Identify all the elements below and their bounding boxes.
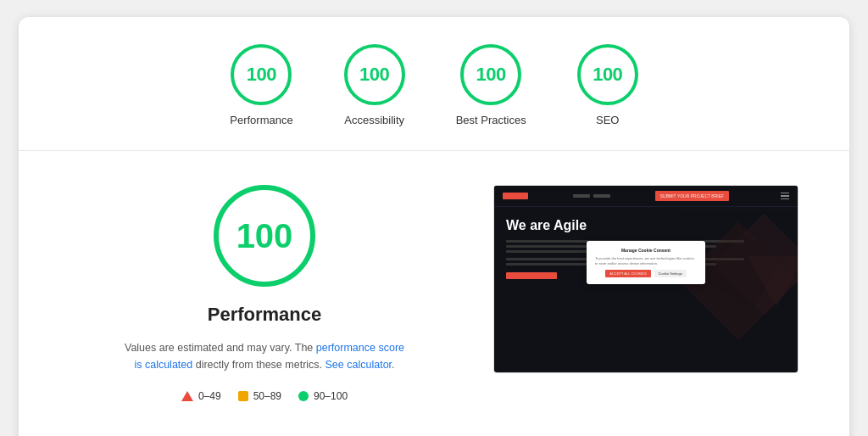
score-item-seo: 100 SEO <box>577 44 638 126</box>
seo-value: 100 <box>593 64 622 86</box>
cookie-accept-button[interactable]: ACCEPT ALL COOKIES <box>605 270 650 277</box>
score-item-accessibility: 100 Accessibility <box>344 44 405 126</box>
seo-circle: 100 <box>577 44 638 105</box>
preview-body: We are Agile Manage Cookie Consent To pr… <box>494 207 798 372</box>
preview-nav-dot-2 <box>593 194 610 198</box>
score-item-best-practices: 100 Best Practices <box>456 44 526 126</box>
accessibility-label: Accessibility <box>344 114 404 126</box>
cookie-text: To provide the best experiences, we use … <box>595 256 697 266</box>
legend: 0–49 50–89 90–100 <box>181 390 348 402</box>
legend-orange: 50–89 <box>238 390 281 402</box>
preview-nav-dots <box>573 194 610 198</box>
preview-logo <box>503 193 528 199</box>
legend-red: 0–49 <box>181 390 221 402</box>
scores-row: 100 Performance 100 Accessibility 100 Be… <box>19 17 849 151</box>
score-item-performance: 100 Performance <box>230 44 292 126</box>
accessibility-circle: 100 <box>344 44 405 105</box>
desc-mid: directly from these metrics. <box>192 359 325 371</box>
performance-label: Performance <box>230 114 292 126</box>
cookie-title: Manage Cookie Consent <box>595 248 697 253</box>
best-practices-label: Best Practices <box>456 114 526 126</box>
preview-navbar: SUBMIT YOUR PROJECT BRIEF <box>494 186 798 207</box>
preview-inner: SUBMIT YOUR PROJECT BRIEF <box>494 186 798 372</box>
desc-static: Values are estimated and may vary. The <box>125 342 316 354</box>
desc-end: . <box>392 359 394 371</box>
left-panel: 100 Performance Values are estimated and… <box>70 185 459 402</box>
best-practices-circle: 100 <box>460 44 521 105</box>
main-content: 100 Performance Values are estimated and… <box>19 151 849 436</box>
legend-orange-range: 50–89 <box>253 390 281 402</box>
legend-green-range: 90–100 <box>314 390 348 402</box>
red-triangle-icon <box>181 391 193 401</box>
big-score-circle: 100 <box>214 185 315 287</box>
score-description: Values are estimated and may vary. The p… <box>120 339 409 373</box>
hamburger-icon <box>781 193 789 200</box>
preview-nav-dot-1 <box>573 194 590 198</box>
lighthouse-card: 100 Performance 100 Accessibility 100 Be… <box>19 17 849 436</box>
preview-red-button <box>506 272 557 279</box>
accessibility-value: 100 <box>359 64 389 86</box>
big-score-value: 100 <box>236 217 293 255</box>
legend-green: 90–100 <box>298 390 348 402</box>
legend-red-range: 0–49 <box>198 390 221 402</box>
cookie-buttons: ACCEPT ALL COOKIES Cookie Settings <box>595 270 697 277</box>
cookie-settings-button[interactable]: Cookie Settings <box>654 270 687 277</box>
preview-frame: SUBMIT YOUR PROJECT BRIEF <box>493 185 798 373</box>
bg-shapes-svg <box>679 207 798 372</box>
calculator-link[interactable]: See calculator <box>326 359 392 371</box>
cookie-modal: Manage Cookie Consent To provide the bes… <box>587 241 705 284</box>
preview-cta-button: SUBMIT YOUR PROJECT BRIEF <box>655 191 729 201</box>
performance-circle: 100 <box>231 44 292 105</box>
seo-label: SEO <box>596 114 619 126</box>
big-score-title: Performance <box>208 304 322 326</box>
right-panel: SUBMIT YOUR PROJECT BRIEF <box>493 185 798 373</box>
green-circle-icon <box>298 391 309 401</box>
orange-square-icon <box>238 391 248 401</box>
performance-value: 100 <box>247 64 276 86</box>
best-practices-value: 100 <box>476 64 506 86</box>
